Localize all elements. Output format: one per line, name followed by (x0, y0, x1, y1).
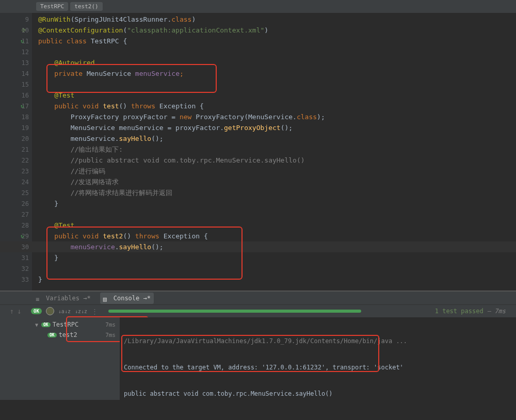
gutter-line: 32 (0, 263, 32, 274)
tree-child-row[interactable]: OK test2 7ms (31, 330, 120, 340)
gutter-line: ↻29 (0, 231, 32, 241)
tree-root-label: TestRPC (53, 321, 79, 328)
gutter-line: 31 (0, 252, 32, 263)
tree-root-row[interactable]: ▼ OK TestRPC 7ms (31, 319, 120, 330)
variables-icon: ≡ (36, 296, 43, 301)
gutter-line: 25 (0, 187, 32, 198)
console-line: public abstract void com.toby.rpc.MenuSe… (124, 390, 512, 398)
nav-down-icon[interactable]: ↓ (17, 307, 21, 315)
sort-zz-button[interactable]: ↓z↓z (75, 309, 87, 314)
gutter-line: 12 (0, 46, 32, 57)
sort-az-button[interactable]: ↓a↓z (58, 309, 71, 314)
run-icon[interactable]: ↻ (21, 233, 24, 239)
tree-child-label: test2 (59, 331, 77, 338)
gutter-line: 18 (0, 111, 32, 122)
gutter-line: 20 (0, 133, 32, 144)
gutter-line: ↻17 (0, 101, 32, 111)
run-tabs: ≡ Variables →* ▤ Console →* (0, 292, 516, 305)
status-ok-icon: OK (31, 308, 42, 314)
test-progress-bar (108, 310, 361, 313)
code-editor[interactable]: 9 ⟳10 ↻11 12 13 14 15 16 ↻17 18 19 20 21… (0, 13, 516, 290)
ok-icon: OK (41, 322, 51, 327)
console-output[interactable]: /Library/Java/JavaVirtualMachines/jdk1.7… (120, 317, 516, 400)
gutter-line: 23 (0, 166, 32, 176)
code-text-area[interactable]: @RunWith(SpringJUnit4ClassRunner.class) … (32, 13, 516, 290)
gutter-line: 33 (0, 274, 32, 285)
gutter-line: 16 (0, 90, 32, 101)
breadcrumb-class[interactable]: TestRPC (36, 2, 68, 11)
gutter-line: 24 (0, 176, 32, 187)
chevron-down-icon[interactable]: ▼ (35, 322, 41, 328)
gutter-line: 30 (0, 241, 32, 252)
run-icon[interactable]: ↻ (21, 38, 24, 44)
run-tool-window: ≡ Variables →* ▤ Console →* ↑ ↓ OK ↓a↓z … (0, 292, 516, 400)
console-line: /Library/Java/JavaVirtualMachines/jdk1.7… (124, 337, 512, 346)
gutter-line: 19 (0, 122, 32, 133)
tree-time: 7ms (105, 321, 116, 328)
test-tree[interactable]: ▼ OK TestRPC 7ms OK test2 7ms (31, 317, 120, 400)
gutter-line: 21 (0, 144, 32, 155)
breadcrumb-method[interactable]: test2() (70, 2, 102, 11)
gutter-line: ↻11 (0, 36, 32, 46)
gutter-line: 22 (0, 155, 32, 166)
nav-up-icon[interactable]: ↑ (10, 307, 14, 315)
gutter-line: 28 (0, 220, 32, 231)
ok-icon: OK (47, 333, 57, 337)
spring-icon: ⟳ (22, 27, 26, 33)
gutter-line: 9 (0, 14, 32, 25)
gutter-line: 15 (0, 79, 32, 90)
gutter-line: 14 (0, 68, 32, 79)
gutter-line: 26 (0, 198, 32, 209)
run-icon[interactable]: ↻ (21, 103, 24, 109)
breadcrumb: TestRPC test2() (0, 0, 516, 13)
tab-console[interactable]: ▤ Console →* (100, 293, 154, 304)
gutter-line: ⟳10 (0, 25, 32, 36)
tree-time: 7ms (105, 332, 116, 338)
console-icon: ▤ (103, 296, 110, 301)
line-number-gutter: 9 ⟳10 ↻11 12 13 14 15 16 ↻17 18 19 20 21… (0, 13, 32, 290)
test-summary-label: 1 test passed – 7ms (435, 308, 506, 315)
tab-variables[interactable]: ≡ Variables →* (33, 293, 94, 304)
console-line: Connected to the target VM, address: '12… (124, 363, 512, 372)
filter-circle-icon[interactable] (46, 307, 54, 315)
gutter-line: 13 (0, 57, 32, 68)
gutter-line: 27 (0, 209, 32, 220)
